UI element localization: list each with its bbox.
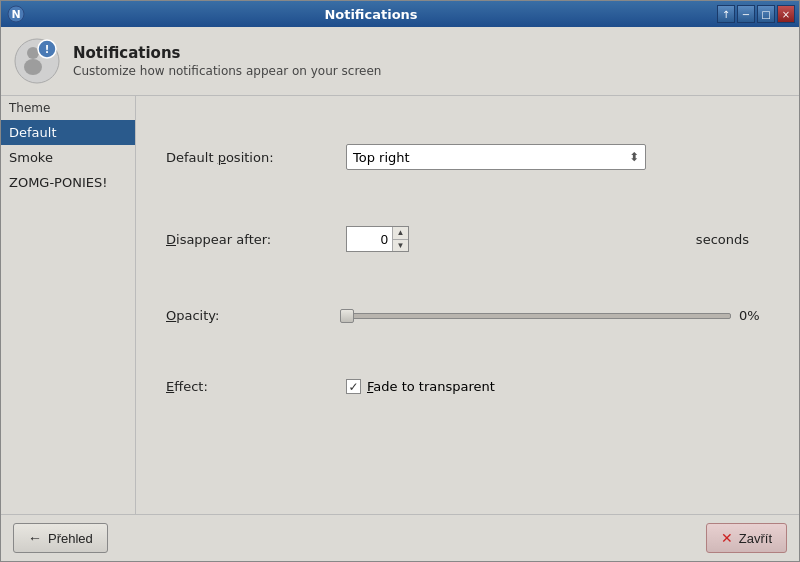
- slider-container: 0%: [346, 308, 769, 323]
- fade-transparent-checkbox[interactable]: [346, 379, 361, 394]
- disappear-control: ▲ ▼ seconds: [346, 226, 769, 252]
- window-title: Notifications: [25, 7, 717, 22]
- minimize-button[interactable]: −: [737, 5, 755, 23]
- dropdown-arrow-icon: ⬍: [629, 150, 639, 164]
- main-content: Theme Default Smoke ZOMG-PONIES! Default…: [1, 96, 799, 514]
- header-subtitle: Customize how notifications appear on yo…: [73, 64, 381, 78]
- opacity-control: 0%: [346, 308, 769, 323]
- spinbox-buttons: ▲ ▼: [392, 227, 408, 251]
- position-control: Top right ⬍: [346, 144, 769, 170]
- effect-label: Effect:: [166, 379, 346, 394]
- disappear-input[interactable]: [347, 227, 392, 251]
- close-button-footer[interactable]: ✕ Zavřít: [706, 523, 787, 553]
- position-value: Top right: [353, 150, 410, 165]
- back-icon: ←: [28, 530, 42, 546]
- opacity-value: 0%: [739, 308, 769, 323]
- opacity-row: Opacity: 0%: [166, 280, 769, 351]
- header: ! Notifications Customize how notificati…: [1, 27, 799, 96]
- svg-point-4: [24, 59, 42, 75]
- effect-row: Effect: Fade to transparent: [166, 351, 769, 422]
- header-title: Notifications: [73, 44, 381, 62]
- window-controls: ↑ − □ ×: [717, 5, 795, 23]
- effect-option-label: Fade to transparent: [367, 379, 495, 394]
- seconds-label: seconds: [696, 232, 769, 247]
- disappear-row: Disappear after: ▲ ▼ seconds: [166, 198, 769, 280]
- app-icon: !: [13, 37, 61, 85]
- close-icon: ✕: [721, 530, 733, 546]
- disappear-label: Disappear after:: [166, 232, 346, 247]
- spinbox-down-button[interactable]: ▼: [393, 240, 408, 252]
- effect-checkbox-row[interactable]: Fade to transparent: [346, 379, 495, 394]
- effect-control: Fade to transparent: [346, 379, 769, 394]
- sidebar-item-smoke[interactable]: Smoke: [1, 145, 135, 170]
- spinbox-up-button[interactable]: ▲: [393, 227, 408, 240]
- position-dropdown[interactable]: Top right ⬍: [346, 144, 646, 170]
- opacity-slider[interactable]: [346, 313, 731, 319]
- svg-text:N: N: [11, 8, 20, 21]
- titlebar: N Notifications ↑ − □ ×: [1, 1, 799, 27]
- opacity-label: Opacity:: [166, 308, 346, 323]
- sidebar: Theme Default Smoke ZOMG-PONIES!: [1, 96, 136, 514]
- spinbox-container: ▲ ▼: [346, 226, 409, 252]
- bottom-bar: ← Přehled ✕ Zavřít: [1, 514, 799, 561]
- settings-panel: Default position: Top right ⬍ Disappear …: [136, 96, 799, 514]
- svg-text:!: !: [45, 44, 50, 55]
- sidebar-item-zomg-ponies[interactable]: ZOMG-PONIES!: [1, 170, 135, 195]
- sidebar-item-default[interactable]: Default: [1, 120, 135, 145]
- slider-thumb[interactable]: [340, 309, 354, 323]
- close-label: Zavřít: [739, 531, 772, 546]
- position-label: Default position:: [166, 150, 346, 165]
- back-label: Přehled: [48, 531, 93, 546]
- header-text: Notifications Customize how notification…: [73, 44, 381, 78]
- titlebar-icon: N: [7, 5, 25, 23]
- scroll-up-button[interactable]: ↑: [717, 5, 735, 23]
- position-row: Default position: Top right ⬍: [166, 116, 769, 198]
- back-button[interactable]: ← Přehled: [13, 523, 108, 553]
- sidebar-category-theme: Theme: [1, 96, 135, 120]
- svg-point-3: [27, 47, 39, 59]
- spinbox[interactable]: ▲ ▼: [346, 226, 409, 252]
- close-button[interactable]: ×: [777, 5, 795, 23]
- maximize-button[interactable]: □: [757, 5, 775, 23]
- main-window: N Notifications ↑ − □ × ! Notifica: [0, 0, 800, 562]
